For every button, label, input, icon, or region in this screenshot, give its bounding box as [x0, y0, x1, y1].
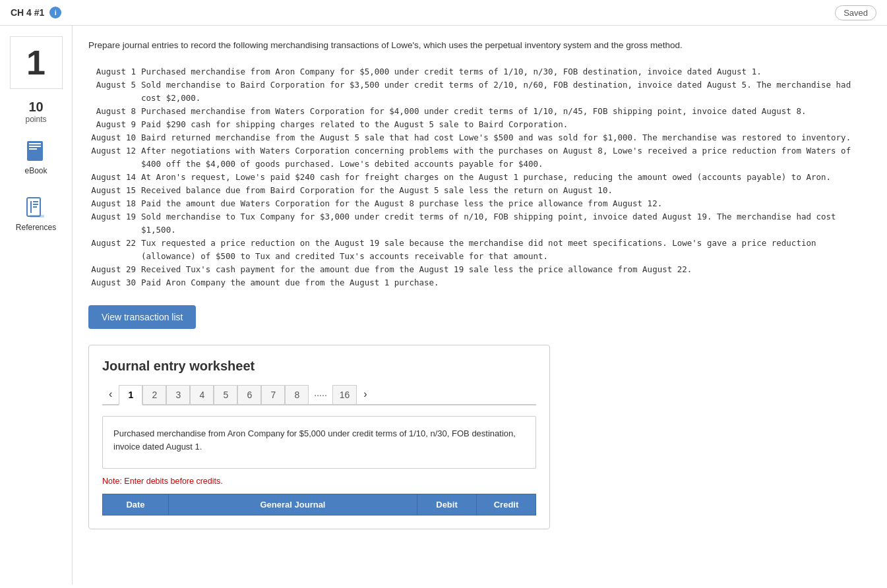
transaction-text: Sold merchandise to Tux Company for $3,0…: [141, 210, 871, 237]
transaction-row: August 15Received balance due from Baird…: [88, 184, 871, 197]
worksheet-tabs: ‹ 12345678·····16 ›: [102, 384, 536, 405]
transaction-row: August 22Tux requested a price reduction…: [88, 237, 871, 263]
header: CH 4 #1 i Saved: [0, 0, 887, 26]
svg-rect-5: [30, 201, 32, 213]
question-text: Prepare journal entries to record the fo…: [88, 39, 871, 52]
ebook-icon: [24, 140, 48, 163]
references-icon: [24, 196, 48, 220]
points-label: points: [25, 115, 46, 124]
question-number: 1: [26, 43, 46, 82]
svg-rect-6: [33, 201, 38, 202]
worksheet-note: Note: Enter debits before credits.: [102, 477, 536, 486]
points-value: 10: [25, 100, 46, 115]
transaction-date: August 8: [88, 105, 141, 118]
tab-item-1[interactable]: 1: [119, 385, 142, 405]
tab-item-16[interactable]: 16: [332, 385, 357, 404]
transaction-text: Paid Aron Company the amount due from th…: [141, 276, 871, 289]
svg-rect-7: [33, 204, 38, 205]
info-icon[interactable]: i: [49, 7, 61, 18]
tab-item-4[interactable]: 4: [190, 385, 214, 404]
tab-item-5[interactable]: 5: [214, 385, 237, 404]
tab-item-8[interactable]: 8: [285, 385, 309, 404]
transaction-date: August 9: [88, 118, 141, 131]
ebook-label: eBook: [24, 166, 47, 175]
transaction-row: August 19Sold merchandise to Tux Company…: [88, 210, 871, 237]
transaction-row: August 9Paid $290 cash for shipping char…: [88, 118, 871, 131]
tab-next-button[interactable]: ›: [357, 384, 373, 404]
transaction-text: Paid the amount due Waters Corporation f…: [141, 197, 871, 210]
transaction-date: August 15: [88, 184, 141, 197]
col-header-debit: Debit: [417, 494, 477, 515]
transaction-date: August 14: [88, 171, 141, 184]
journal-worksheet: Journal entry worksheet ‹ 12345678·····1…: [88, 345, 550, 529]
transaction-text: Purchased merchandise from Waters Corpor…: [141, 105, 871, 118]
references-label: References: [16, 223, 56, 232]
transaction-date: August 12: [88, 144, 141, 171]
col-header-date: Date: [103, 494, 169, 515]
sidebar-tool-references[interactable]: References: [8, 191, 64, 237]
transaction-date: August 18: [88, 197, 141, 210]
journal-table: Date General Journal Debit Credit: [102, 494, 536, 515]
transaction-date: August 1: [88, 65, 141, 78]
transaction-text: Received balance due from Baird Corporat…: [141, 184, 871, 197]
transaction-row: August 18Paid the amount due Waters Corp…: [88, 197, 871, 210]
sidebar-tool-ebook[interactable]: eBook: [16, 134, 56, 181]
svg-rect-3: [29, 148, 37, 150]
svg-rect-2: [29, 146, 41, 147]
transaction-date: August 22: [88, 237, 141, 263]
tab-item-6[interactable]: 6: [237, 385, 261, 404]
transaction-text: After negotiations with Waters Corporati…: [141, 144, 871, 171]
tab-item-3[interactable]: 3: [166, 385, 190, 404]
sidebar: 1 10 points eBook: [0, 26, 73, 585]
transaction-text: At Aron's request, Lowe's paid $240 cash…: [141, 171, 871, 184]
transactions-list: August 1Purchased merchandise from Aron …: [88, 65, 871, 289]
transaction-date: August 30: [88, 276, 141, 289]
tab-item-2[interactable]: 2: [142, 385, 166, 404]
transaction-row: August 29Received Tux's cash payment for…: [88, 263, 871, 276]
question-number-box: 1: [10, 36, 63, 89]
transaction-text: Sold merchandise to Baird Corporation fo…: [141, 78, 871, 105]
worksheet-title: Journal entry worksheet: [102, 359, 536, 374]
transaction-date: August 29: [88, 263, 141, 276]
svg-rect-8: [33, 206, 37, 208]
main-layout: 1 10 points eBook: [0, 26, 887, 585]
col-header-general-journal: General Journal: [169, 494, 417, 515]
transaction-text: Received Tux's cash payment for the amou…: [141, 263, 871, 276]
points-box: 10 points: [25, 100, 46, 124]
tab-dots: ·····: [309, 386, 332, 404]
transaction-row: August 8Purchased merchandise from Water…: [88, 105, 871, 118]
transaction-row: August 1Purchased merchandise from Aron …: [88, 65, 871, 78]
col-header-credit: Credit: [477, 494, 536, 515]
transaction-text: Paid $290 cash for shipping charges rela…: [141, 118, 871, 131]
transaction-row: August 30Paid Aron Company the amount du…: [88, 276, 871, 289]
worksheet-description: Purchased merchandise from Aron Company …: [102, 416, 536, 469]
tab-item-7[interactable]: 7: [261, 385, 285, 404]
view-transaction-button[interactable]: View transaction list: [88, 305, 196, 329]
saved-badge-wrapper: Saved: [835, 8, 876, 18]
tab-prev-button[interactable]: ‹: [102, 384, 119, 404]
transaction-row: August 12After negotiations with Waters …: [88, 144, 871, 171]
transaction-date: August 5: [88, 78, 141, 105]
content-area: Prepare journal entries to record the fo…: [73, 26, 887, 585]
svg-rect-9: [30, 215, 44, 218]
transaction-row: August 10Baird returned merchandise from…: [88, 131, 871, 144]
transaction-text: Baird returned merchandise from the Augu…: [141, 131, 871, 144]
svg-rect-1: [29, 143, 41, 144]
transaction-row: August 5Sold merchandise to Baird Corpor…: [88, 78, 871, 105]
transaction-text: Purchased merchandise from Aron Company …: [141, 65, 871, 78]
chapter-title: CH 4 #1: [11, 7, 44, 18]
transaction-date: August 10: [88, 131, 141, 144]
transaction-date: August 19: [88, 210, 141, 237]
saved-badge: Saved: [835, 5, 876, 20]
transaction-row: August 14At Aron's request, Lowe's paid …: [88, 171, 871, 184]
transaction-text: Tux requested a price reduction on the A…: [141, 237, 871, 263]
header-left: CH 4 #1 i: [11, 7, 61, 18]
